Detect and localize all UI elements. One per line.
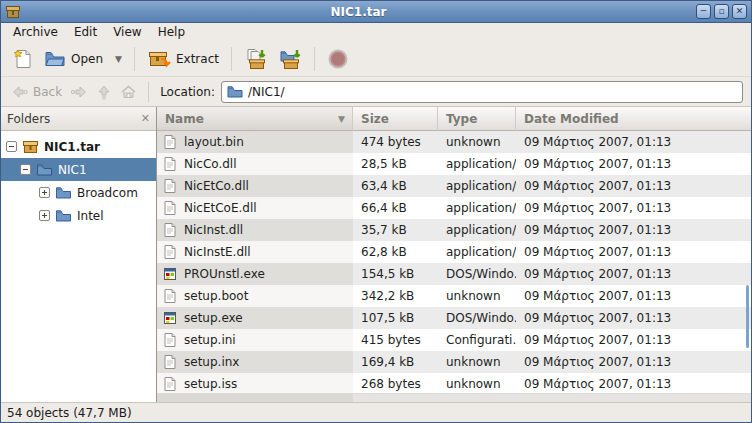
file-row[interactable]: setup.exe 107,5 kB DOS/Windo... 09 Μάρτι…	[157, 307, 751, 329]
file-name: setup.ini	[184, 333, 236, 347]
file-row[interactable]: PROUnstl.exe 154,5 kB DOS/Windo... 09 Μά…	[157, 263, 751, 285]
add-folder-button[interactable]	[273, 45, 307, 73]
tree-item-label: NIC1	[58, 163, 87, 177]
file-size: 415 bytes	[361, 333, 421, 347]
file-type: unknown	[446, 355, 501, 369]
toolbar-separator	[231, 47, 232, 71]
file-name: NicEtCoE.dll	[184, 201, 257, 215]
expand-expander-icon[interactable]	[39, 187, 50, 198]
folders-sidebar: Folders ✕ NIC1.tar NIC1	[1, 107, 157, 402]
back-button[interactable]: Back	[7, 83, 66, 101]
open-button-label: Open	[71, 52, 103, 66]
add-files-button[interactable]	[239, 45, 273, 73]
file-row[interactable]: NicInst.dll 35,7 kB application/... 09 Μ…	[157, 219, 751, 241]
collapse-expander-icon[interactable]	[6, 141, 17, 152]
vertical-scrollbar-thumb[interactable]	[746, 285, 749, 348]
document-icon	[162, 354, 178, 370]
column-header-size[interactable]: Size	[353, 107, 438, 131]
executable-icon	[162, 310, 178, 326]
file-date-cell: 09 Μάρτιος 2007, 01:13	[516, 307, 751, 329]
file-size: 62,8 kB	[361, 245, 407, 259]
file-name-cell: setup.inx	[157, 351, 353, 373]
tree-item-label: Broadcom	[77, 186, 138, 200]
file-row[interactable]: NicCo.dll 28,5 kB application/... 09 Μάρ…	[157, 153, 751, 175]
main-panels: Folders ✕ NIC1.tar NIC1	[1, 107, 751, 402]
stop-button[interactable]	[322, 45, 354, 73]
menu-view[interactable]: View	[105, 24, 149, 40]
add-folder-icon	[278, 48, 302, 70]
maximize-button[interactable]: ▫	[714, 4, 729, 19]
file-row[interactable]: setup.iss 268 bytes unknown 09 Μάρτιος 2…	[157, 373, 751, 393]
file-type-cell: application/...	[438, 175, 516, 197]
file-name: NicEtCo.dll	[184, 179, 249, 193]
folder-tree: NIC1.tar NIC1 Broadcom	[1, 131, 156, 227]
file-size-cell: 35,7 kB	[353, 219, 438, 241]
file-date-modified: 09 Μάρτιος 2007, 01:13	[524, 223, 671, 237]
document-icon	[162, 244, 178, 260]
tree-item-broadcom[interactable]: Broadcom	[1, 181, 156, 204]
file-type-cell: application/...	[438, 219, 516, 241]
tree-item-intel[interactable]: Intel	[1, 204, 156, 227]
column-header-name[interactable]: Name ▼	[157, 107, 353, 131]
chevron-down-icon: ▼	[115, 54, 122, 64]
menu-help[interactable]: Help	[150, 24, 193, 40]
column-header-label: Size	[361, 112, 389, 126]
file-size-cell: 268 bytes	[353, 373, 438, 393]
titlebar[interactable]: NIC1.tar ─ ▫ ✕	[1, 1, 751, 23]
file-size: 154,5 kB	[361, 267, 414, 281]
collapse-expander-icon[interactable]	[20, 164, 31, 175]
file-row[interactable]: setup.ini 415 bytes Configurati... 09 Μά…	[157, 329, 751, 351]
file-row[interactable]: NicInstE.dll 62,8 kB application/... 09 …	[157, 241, 751, 263]
partial-file-row[interactable]	[157, 393, 751, 402]
file-type-cell: DOS/Windo...	[438, 263, 516, 285]
tree-item-nic1[interactable]: NIC1	[1, 158, 156, 181]
up-arrow-icon	[96, 84, 112, 100]
location-input[interactable]: /NIC1/	[221, 81, 743, 103]
file-size: 35,7 kB	[361, 223, 407, 237]
new-archive-button[interactable]	[7, 45, 39, 73]
file-date-modified: 09 Μάρτιος 2007, 01:13	[524, 289, 671, 303]
minimize-button[interactable]: ─	[696, 4, 711, 19]
file-row[interactable]: layout.bin 474 bytes unknown 09 Μάρτιος …	[157, 131, 751, 153]
file-type: unknown	[446, 377, 501, 391]
file-row[interactable]: setup.inx 169,4 kB unknown 09 Μάρτιος 20…	[157, 351, 751, 373]
sort-descending-icon: ▼	[338, 114, 345, 124]
file-name-cell: setup.iss	[157, 373, 353, 393]
file-type: application/...	[446, 157, 516, 171]
tree-item-label: NIC1.tar	[44, 140, 100, 154]
file-type-cell: unknown	[438, 351, 516, 373]
file-type-cell: unknown	[438, 373, 516, 393]
file-row[interactable]: NicEtCoE.dll 66,4 kB application/... 09 …	[157, 197, 751, 219]
file-date-modified: 09 Μάρτιος 2007, 01:13	[524, 377, 671, 391]
up-button[interactable]	[92, 82, 116, 102]
extract-button[interactable]: Extract	[142, 46, 224, 72]
file-date-cell: 09 Μάρτιος 2007, 01:13	[516, 131, 751, 153]
column-header-type[interactable]: Type	[438, 107, 516, 131]
file-name-cell: NicEtCo.dll	[157, 175, 353, 197]
menu-archive[interactable]: Archive	[5, 24, 66, 40]
file-size-cell: 154,5 kB	[353, 263, 438, 285]
menu-edit[interactable]: Edit	[66, 24, 105, 40]
expand-expander-icon[interactable]	[39, 210, 50, 221]
file-list: Name ▼ Size Type Date Modified	[157, 107, 751, 402]
forward-button[interactable]	[66, 83, 92, 101]
file-name-cell: layout.bin	[157, 131, 353, 153]
file-row[interactable]: setup.boot 342,2 kB unknown 09 Μάρτιος 2…	[157, 285, 751, 307]
file-row[interactable]: NicEtCo.dll 63,4 kB application/... 09 Μ…	[157, 175, 751, 197]
open-dropdown-button[interactable]: ▼	[108, 51, 127, 67]
location-bar: Back Location: /NIC1/	[1, 77, 751, 107]
file-date-modified: 09 Μάρτιος 2007, 01:13	[524, 201, 671, 215]
file-date-modified: 09 Μάρτιος 2007, 01:13	[524, 179, 671, 193]
open-button[interactable]: Open	[39, 47, 108, 71]
file-size-cell: 63,4 kB	[353, 175, 438, 197]
file-date-modified: 09 Μάρτιος 2007, 01:13	[524, 267, 671, 281]
toolbar-separator	[314, 47, 315, 71]
column-header-date-modified[interactable]: Date Modified	[516, 107, 751, 131]
file-type: Configurati...	[446, 333, 516, 347]
close-button[interactable]: ✕	[732, 4, 747, 19]
close-panel-icon[interactable]: ✕	[141, 112, 150, 125]
home-button[interactable]	[116, 82, 141, 102]
column-header-label: Date Modified	[524, 112, 619, 126]
folder-icon	[227, 85, 243, 98]
tree-item-nic1-tar[interactable]: NIC1.tar	[1, 135, 156, 158]
